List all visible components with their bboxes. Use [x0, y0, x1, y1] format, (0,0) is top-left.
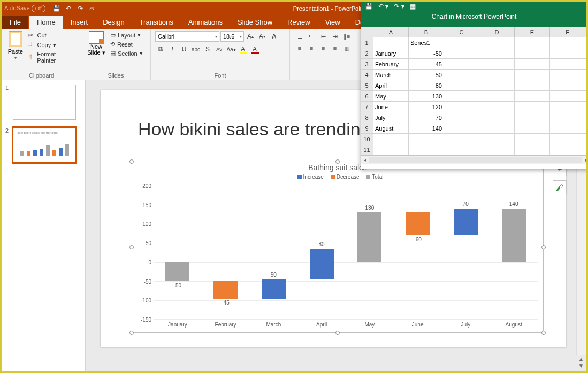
- row-header[interactable]: 9: [361, 123, 373, 133]
- cell-B6[interactable]: 130: [409, 91, 444, 101]
- cut-button[interactable]: Cut: [27, 31, 77, 40]
- cell-F3[interactable]: [550, 59, 585, 69]
- cell-D8[interactable]: [479, 112, 515, 123]
- cell-C2[interactable]: [444, 48, 479, 58]
- cell-F11[interactable]: [550, 144, 585, 155]
- chart-plot-area[interactable]: -150-100-50050100150200-50-455080130-607…: [154, 186, 538, 319]
- cell-B9[interactable]: 140: [409, 123, 444, 133]
- cell-A8[interactable]: July: [373, 112, 409, 123]
- align-right-button[interactable]: ≡: [318, 43, 329, 54]
- slide-thumbnail-2[interactable]: How bikini sales are trending: [13, 127, 76, 163]
- cell-E10[interactable]: [515, 134, 550, 144]
- cell-A7[interactable]: June: [373, 102, 409, 112]
- cell-D2[interactable]: [479, 48, 515, 58]
- format-painter-button[interactable]: Format Painter: [27, 50, 77, 64]
- cell-C11[interactable]: [444, 144, 479, 155]
- resize-handle[interactable]: [129, 245, 134, 249]
- line-spacing-button[interactable]: ‖≡: [341, 31, 352, 42]
- resize-handle[interactable]: [129, 331, 134, 335]
- cell-B7[interactable]: 120: [409, 102, 444, 112]
- char-spacing-button[interactable]: AV: [214, 44, 225, 55]
- bar-march[interactable]: [262, 279, 286, 299]
- col-header-D[interactable]: D: [479, 27, 515, 37]
- scroll-right-button[interactable]: ▸: [582, 157, 588, 163]
- slide-title-text[interactable]: How bikini sales are trendin: [138, 119, 361, 140]
- cell-C10[interactable]: [444, 134, 479, 144]
- cell-D9[interactable]: [479, 123, 515, 133]
- new-slide-button[interactable]: New Slide ▾: [86, 31, 107, 57]
- excel-redo-icon[interactable]: ↷ ▾: [394, 3, 404, 10]
- col-header-F[interactable]: F: [550, 27, 585, 37]
- cell-E8[interactable]: [515, 112, 550, 123]
- bullets-button[interactable]: ≣: [294, 31, 305, 42]
- cell-B8[interactable]: 70: [409, 112, 444, 123]
- cell-A2[interactable]: January: [373, 48, 409, 58]
- cell-B3[interactable]: -45: [409, 59, 444, 69]
- bar-june[interactable]: [406, 212, 430, 235]
- tab-file[interactable]: File: [2, 16, 28, 29]
- tab-animations[interactable]: Animations: [181, 16, 230, 29]
- align-center-button[interactable]: ≡: [306, 43, 317, 54]
- cell-E1[interactable]: [515, 37, 550, 48]
- tab-view[interactable]: View: [318, 16, 348, 29]
- chart-styles-button[interactable]: 🖌: [553, 180, 567, 194]
- bar-february[interactable]: [213, 281, 238, 299]
- decrease-indent-button[interactable]: ⇤: [318, 31, 329, 42]
- col-header-A[interactable]: A: [373, 27, 409, 37]
- cell-F10[interactable]: [550, 134, 585, 144]
- cell-E7[interactable]: [515, 102, 550, 112]
- cell-A4[interactable]: March: [373, 70, 409, 80]
- cell-C8[interactable]: [444, 112, 479, 123]
- tab-design[interactable]: Design: [95, 16, 132, 29]
- cell-A5[interactable]: April: [373, 80, 409, 90]
- cell-F1[interactable]: [550, 37, 585, 48]
- copy-button[interactable]: Copy ▾: [27, 41, 77, 49]
- excel-undo-icon[interactable]: ↶ ▾: [378, 3, 388, 10]
- cell-F5[interactable]: [550, 80, 585, 90]
- cell-A3[interactable]: February: [373, 59, 409, 69]
- scroll-left-button[interactable]: ◂: [361, 157, 369, 163]
- section-button[interactable]: ▤ Section ▾: [109, 49, 144, 57]
- cell-C3[interactable]: [444, 59, 479, 69]
- cell-D4[interactable]: [479, 70, 515, 80]
- columns-button[interactable]: ▥: [341, 43, 352, 54]
- reset-button[interactable]: ⟲ Reset: [109, 40, 144, 48]
- font-size-select[interactable]: 18.6: [220, 31, 244, 42]
- cell-B10[interactable]: [409, 134, 444, 144]
- chart-object[interactable]: Bathing suit sales Increase Decrease Tot…: [132, 162, 544, 333]
- save-icon[interactable]: 💾: [53, 5, 60, 12]
- cell-E4[interactable]: [515, 70, 550, 80]
- tab-review[interactable]: Review: [280, 16, 318, 29]
- row-header[interactable]: 7: [361, 102, 373, 112]
- cell-A6[interactable]: May: [373, 91, 409, 101]
- align-left-button[interactable]: ≡: [294, 43, 305, 54]
- increase-indent-button[interactable]: ⇥: [330, 31, 340, 42]
- start-from-beginning-icon[interactable]: ▱: [88, 5, 96, 12]
- cell-A1[interactable]: [373, 37, 409, 48]
- row-header[interactable]: 11: [361, 144, 373, 155]
- tab-transitions[interactable]: Transitions: [132, 16, 181, 29]
- bold-button[interactable]: B: [155, 44, 166, 55]
- cell-C9[interactable]: [444, 123, 479, 133]
- change-case-button[interactable]: Aa▾: [226, 44, 236, 55]
- cell-E2[interactable]: [515, 48, 550, 58]
- resize-handle[interactable]: [335, 159, 340, 164]
- cell-B2[interactable]: -50: [409, 48, 444, 58]
- excel-horizontal-scrollbar[interactable]: ◂ ▸: [361, 155, 588, 164]
- highlight-button[interactable]: A: [238, 44, 248, 55]
- col-header-B[interactable]: B: [409, 27, 444, 37]
- cell-F2[interactable]: [550, 48, 585, 58]
- undo-icon[interactable]: ↶: [65, 5, 72, 12]
- resize-handle[interactable]: [541, 331, 546, 335]
- cell-C4[interactable]: [444, 70, 479, 80]
- resize-handle[interactable]: [541, 245, 546, 249]
- row-header[interactable]: 2: [361, 48, 373, 58]
- decrease-font-button[interactable]: A▾: [257, 31, 268, 42]
- clear-formatting-button[interactable]: A̷: [269, 31, 279, 42]
- chart-data-excel-window[interactable]: 💾 ↶ ▾ ↷ ▾ ▦ Chart in Microsoft PowerPoin…: [361, 0, 588, 169]
- cell-F4[interactable]: [550, 70, 585, 80]
- row-header[interactable]: 1: [361, 37, 373, 48]
- strikethrough-button[interactable]: abc: [190, 44, 201, 55]
- numbering-button[interactable]: ≔: [306, 31, 317, 42]
- layout-button[interactable]: ▭ Layout ▾: [109, 31, 144, 39]
